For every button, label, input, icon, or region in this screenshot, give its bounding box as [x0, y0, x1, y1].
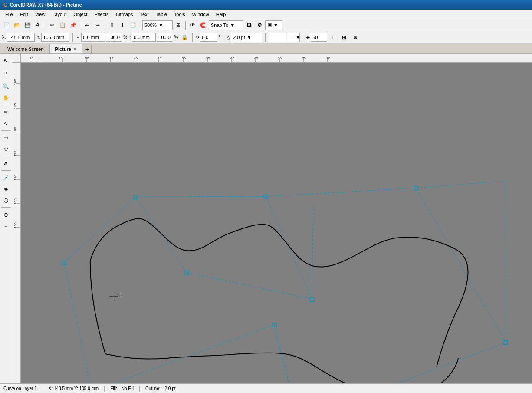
tool-sep5 [1, 170, 11, 171]
zoom-tool[interactable]: 🔍 [1, 81, 11, 92]
snap-dropdown[interactable]: Snap To ▼ [209, 20, 243, 30]
sep1 [45, 21, 45, 30]
zoom-100-button[interactable]: ⊞ [174, 20, 183, 30]
y-input[interactable] [41, 33, 69, 42]
menu-tools[interactable]: Tools [171, 11, 189, 18]
degree-label: ° [218, 35, 220, 40]
center-button[interactable]: ⊕ [351, 33, 360, 42]
menu-table[interactable]: Table [152, 11, 171, 18]
lower-curve [105, 353, 459, 383]
h-input[interactable] [132, 33, 156, 42]
publish-button[interactable]: 📑 [128, 20, 138, 30]
menu-view[interactable]: View [32, 11, 49, 18]
print-button[interactable]: 🖨 [33, 20, 43, 30]
options-button[interactable]: ⚙ [255, 20, 264, 30]
view-mode-dropdown[interactable]: ▣ ▼ [265, 20, 282, 30]
y-label: Y: [36, 35, 40, 40]
ellipse-tool[interactable]: ⬭ [1, 144, 11, 154]
copy-button[interactable]: 📋 [58, 20, 67, 30]
tool-sep1 [1, 79, 11, 79]
ruler-v-svg: 190 185 180 175 170 165 160 [12, 63, 21, 383]
snap-arrow-icon: ▼ [230, 23, 235, 28]
save-button[interactable]: 💾 [23, 20, 32, 30]
zoom-dropdown[interactable]: 500% ▼ [142, 20, 173, 30]
sep4 [140, 21, 140, 30]
tool-sep2 [1, 105, 11, 105]
title-text: CorelDRAW X7 (64-Bit) - Picture [10, 2, 82, 7]
snap-toggle-button[interactable]: 🧲 [198, 20, 208, 30]
status-sep3 [139, 386, 140, 392]
zoom-value: 500% [144, 23, 157, 28]
redo-button[interactable]: ↪ [93, 20, 102, 30]
horizontal-ruler: 20 25 30 35 40 45 50 55 60 65 [21, 54, 532, 63]
sep3 [105, 21, 105, 30]
svg-rect-0 [21, 54, 532, 63]
standard-toolbar: 📄 📂 💾 🖨 ✂ 📋 📌 ↩ ↪ ⬆ ⬇ 📑 500% ▼ ⊞ 👁 🧲 Sna… [0, 19, 532, 31]
menu-layout[interactable]: Layout [49, 11, 70, 18]
eyedrop-tool[interactable]: 💉 [1, 172, 11, 183]
svg-text:80: 80 [326, 56, 330, 60]
menu-file[interactable]: File [2, 11, 16, 18]
bitmap-button[interactable]: 🖼 [244, 20, 254, 30]
h-coord-group: ↕ % [129, 33, 178, 42]
undo-button[interactable]: ↩ [82, 20, 92, 30]
sep2 [80, 21, 80, 30]
x-input[interactable] [7, 33, 35, 42]
linewidth-dropdown[interactable]: 2.0 pt ▼ [231, 33, 262, 42]
menu-text[interactable]: Text [136, 11, 152, 18]
menu-bitmaps[interactable]: Bitmaps [112, 11, 137, 18]
tab-welcome[interactable]: Welcome Screen [2, 44, 49, 53]
pct2-label: % [174, 35, 178, 40]
h-pct-input[interactable] [157, 33, 173, 42]
export-button[interactable]: ⬇ [118, 20, 127, 30]
control-lines-upper [64, 181, 506, 383]
angle-input[interactable] [200, 33, 217, 42]
fill-tool[interactable]: ◈ [1, 184, 11, 194]
lock-ratio-button[interactable]: 🔒 [180, 33, 189, 42]
node-options-button[interactable]: ⊞ [339, 33, 349, 42]
text-tool[interactable]: A [1, 158, 11, 168]
tab-picture[interactable]: Picture ✕ [49, 44, 82, 53]
linewidth-value: 2.0 pt [233, 35, 245, 40]
angle-group: ↻ ° [196, 33, 220, 42]
svg-text:30: 30 [85, 56, 89, 60]
open-button[interactable]: 📂 [12, 20, 22, 30]
nodes-input[interactable] [311, 33, 327, 42]
left-connector [90, 261, 105, 354]
cut-button[interactable]: ✂ [47, 20, 57, 30]
h-icon: ↕ [129, 35, 131, 40]
bezier-tool[interactable]: ∿ [1, 118, 11, 129]
w-pct-input[interactable] [106, 33, 122, 42]
view-toggle-button[interactable]: 👁 [188, 20, 197, 30]
paste-button[interactable]: 📌 [68, 20, 78, 30]
add-node-button[interactable]: + [328, 33, 338, 42]
linecap-dropdown[interactable]: — ▼ [287, 33, 300, 42]
svg-text:20: 20 [30, 56, 33, 60]
linestyle-group: —— — ▼ [269, 33, 300, 42]
svg-text:45: 45 [158, 56, 161, 60]
add-tab-button[interactable]: + [83, 45, 92, 53]
menu-window[interactable]: Window [189, 11, 213, 18]
w-input[interactable] [81, 33, 105, 42]
menu-edit[interactable]: Edit [16, 11, 32, 18]
rect-tool[interactable]: ▭ [1, 132, 11, 143]
linestyle-dropdown[interactable]: —— [269, 33, 286, 42]
tab-close-icon[interactable]: ✕ [73, 47, 76, 51]
connector-tool[interactable]: ⊕ [1, 209, 11, 220]
ruler-corner [12, 54, 21, 63]
freehand-tool[interactable]: ✏ [1, 107, 11, 117]
canvas-page[interactable] [21, 63, 532, 383]
node-tool[interactable]: ⬦ [1, 67, 11, 77]
pick-tool[interactable]: ↖ [1, 56, 11, 66]
tabs-bar: Welcome Screen Picture ✕ + [0, 43, 532, 54]
menu-effects[interactable]: Effects [91, 11, 112, 18]
dimension-tool[interactable]: ↔ [1, 221, 11, 231]
tool-sep3 [1, 130, 11, 131]
new-button[interactable]: 📄 [2, 20, 11, 30]
menu-help[interactable]: Help [213, 11, 230, 18]
canvas-area[interactable]: 20 25 30 35 40 45 50 55 60 65 [12, 54, 532, 383]
pan-tool[interactable]: ✋ [1, 92, 11, 103]
smart-fill-tool[interactable]: ⬡ [1, 195, 11, 205]
import-button[interactable]: ⬆ [107, 20, 117, 30]
menu-object[interactable]: Object [70, 11, 91, 18]
